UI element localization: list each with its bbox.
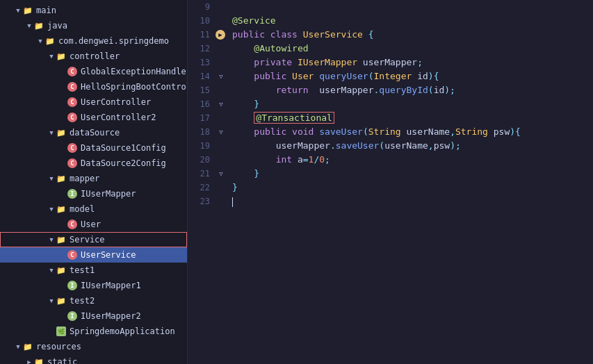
sidebar-item-label: UserController2: [81, 113, 156, 122]
folder-icon: [56, 127, 67, 138]
sidebar-item-label: com.dengwei.springdemo: [58, 36, 169, 46]
class-icon: C: [67, 219, 78, 230]
arrow-icon: [47, 267, 56, 274]
sidebar-item-resources[interactable]: resources: [0, 339, 187, 354]
interface-icon: I: [67, 188, 78, 199]
line-number: 9: [188, 2, 216, 12]
sidebar-item-label: java: [47, 21, 67, 31]
code-line-14: 14 ▽ public User queryUser(Integer id){: [188, 69, 593, 83]
sidebar-item-user-controller[interactable]: C UserController: [0, 94, 187, 110]
sidebar-item-iusermapper2[interactable]: I IUserMapper2: [0, 308, 187, 324]
sidebar-item-controller[interactable]: controller: [0, 49, 187, 64]
gutter: ▶: [216, 30, 227, 40]
code-content: }: [227, 181, 593, 195]
sidebar-item-java[interactable]: java: [0, 18, 187, 33]
code-content: @Autowired: [227, 42, 593, 56]
sidebar-item-user-controller2[interactable]: C UserController2: [0, 110, 187, 125]
class-icon: C: [67, 142, 78, 154]
code-line-15: 15 return userMapper.queryById(id);: [188, 83, 593, 97]
sidebar-item-label: mapper: [70, 174, 99, 183]
class-icon: C: [67, 112, 78, 123]
sidebar-item-hello-controller[interactable]: C HelloSpringBootController: [0, 79, 187, 94]
sidebar-item-label: UserController: [81, 97, 151, 107]
sidebar-item-label: dataSource: [70, 128, 120, 138]
arrow-icon: [25, 22, 33, 29]
code-line-13: 13 private IUserMapper userMapper;: [188, 56, 593, 69]
gutter: ▽: [216, 170, 227, 177]
code-line-22: 22 }: [188, 181, 593, 195]
code-line-18: 18 ▽ public void saveUser(String userNam…: [188, 125, 593, 139]
sidebar-item-label: DataSource2Config: [81, 158, 166, 168]
run-badge: ▶: [216, 30, 225, 40]
sidebar-item-label: IUserMapper: [81, 189, 136, 199]
spring-icon: 🌿: [56, 326, 67, 337]
sidebar-item-main[interactable]: main: [0, 3, 187, 18]
sidebar-item-label: controller: [70, 51, 120, 61]
code-content: }: [227, 97, 593, 111]
code-content: private IUserMapper userMapper;: [227, 56, 593, 69]
line-number: 11: [188, 30, 216, 40]
class-icon: C: [67, 66, 78, 77]
code-content: public class UserService {: [227, 28, 593, 42]
sidebar-item-user[interactable]: C User: [0, 217, 187, 232]
class-icon: C: [67, 81, 78, 92]
code-line-9: 9: [188, 0, 593, 14]
folder-icon: [22, 5, 33, 16]
arrow-icon: [47, 236, 56, 243]
folder-icon: [56, 51, 67, 62]
sidebar-item-global-exception[interactable]: C GlobalExceptionHandler: [0, 64, 187, 79]
sidebar-item-label: IUserMapper1: [81, 281, 141, 290]
sidebar-item-label: main: [36, 6, 56, 15]
sidebar-item-test2[interactable]: test2: [0, 293, 187, 308]
folder-icon: [56, 265, 67, 276]
code-line-17: 17 @Transactional: [188, 111, 593, 125]
code-content: public void saveUser(String userName,Str…: [227, 125, 593, 139]
code-content: @Service: [227, 14, 593, 28]
sidebar-item-test1[interactable]: test1: [0, 263, 187, 278]
folder-icon: [22, 341, 33, 352]
sidebar-item-label: HelloSpringBootController: [81, 82, 188, 92]
sidebar-item-package[interactable]: com.dengwei.springdemo: [0, 33, 187, 49]
arrow-icon: [47, 297, 56, 304]
arrow-icon: [14, 343, 22, 350]
line-number: 19: [188, 141, 216, 151]
sidebar-item-springdemo-app[interactable]: 🌿 SpringdemoApplication: [0, 324, 187, 339]
code-content: [227, 195, 593, 208]
sidebar-item-label: UserService: [81, 250, 136, 260]
arrow-icon: [36, 38, 44, 44]
line-number: 10: [188, 16, 216, 26]
sidebar-item-label: Service: [70, 235, 105, 245]
arrow-icon: [47, 53, 56, 60]
line-number: 21: [188, 169, 216, 179]
sidebar-item-mapper[interactable]: mapper: [0, 171, 187, 186]
project-sidebar[interactable]: main java com.dengwei.springdemo control…: [0, 0, 188, 364]
code-line-16: 16 ▽ }: [188, 97, 593, 111]
sidebar-item-userservice[interactable]: C UserService: [0, 247, 187, 263]
sidebar-item-label: GlobalExceptionHandler: [81, 67, 188, 76]
sidebar-item-service[interactable]: Service: [0, 232, 187, 247]
sidebar-item-datasource1[interactable]: C DataSource1Config: [0, 140, 187, 156]
code-content: int a=1/0;: [227, 153, 593, 167]
sidebar-item-label: test2: [70, 296, 95, 306]
folder-icon: [56, 295, 67, 306]
code-line-12: 12 @Autowired: [188, 42, 593, 56]
sidebar-item-label: model: [70, 204, 95, 214]
sidebar-item-model[interactable]: model: [0, 201, 187, 217]
sidebar-item-iusermapper[interactable]: I IUserMapper: [0, 186, 187, 201]
sidebar-item-datasource[interactable]: dataSource: [0, 125, 187, 140]
code-area: 9 10 @Service 11 ▶ public class UserServ…: [188, 0, 593, 364]
folder-icon: [33, 20, 44, 31]
sidebar-item-datasource2[interactable]: C DataSource2Config: [0, 156, 187, 171]
sidebar-item-iusermapper1[interactable]: I IUserMapper1: [0, 278, 187, 293]
sidebar-item-label: DataSource1Config: [81, 143, 166, 153]
line-number: 14: [188, 72, 216, 81]
line-number: 20: [188, 155, 216, 165]
folder-icon: [33, 356, 44, 364]
arrow-icon: [14, 7, 22, 14]
code-editor[interactable]: 9 10 @Service 11 ▶ public class UserServ…: [188, 0, 593, 364]
gutter: ▽: [216, 129, 227, 135]
interface-icon: I: [67, 280, 78, 291]
sidebar-item-label: SpringdemoApplication: [70, 326, 175, 336]
sidebar-item-static[interactable]: static: [0, 354, 187, 364]
line-number: 15: [188, 85, 216, 95]
